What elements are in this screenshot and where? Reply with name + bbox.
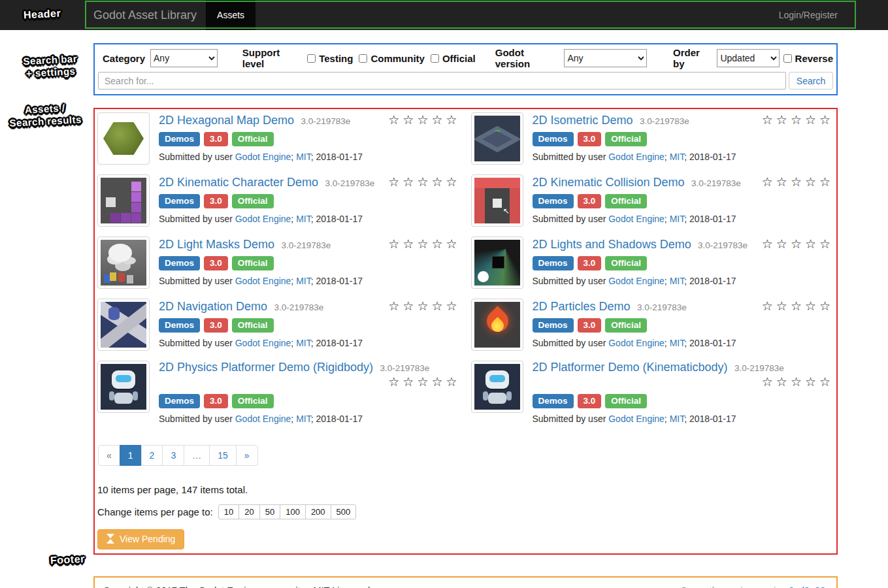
version-badge: 3.0 (578, 256, 602, 270)
asset-title-link[interactable]: 2D Physics Platformer Demo (Rigidbody) (159, 361, 373, 374)
pagination-page-15[interactable]: 15 (209, 445, 237, 466)
rating-stars: ☆☆☆☆☆ (388, 112, 460, 128)
asset-thumbnail[interactable] (471, 112, 523, 165)
per-page-50-button[interactable]: 50 (259, 504, 280, 519)
order-by-label: Order by (673, 47, 712, 69)
per-page-100-button[interactable]: 100 (280, 504, 306, 519)
submitted-line: Submitted by user Godot Engine; MIT; 201… (159, 338, 461, 348)
author-link[interactable]: Godot Engine (235, 276, 291, 286)
search-button[interactable]: Search (789, 72, 833, 90)
tab-assets[interactable]: Assets (206, 0, 255, 30)
community-checkbox[interactable] (359, 54, 367, 63)
godot-version-select[interactable]: Any (564, 49, 647, 67)
category-badge: Demos (533, 318, 574, 333)
per-page-500-button[interactable]: 500 (331, 504, 357, 519)
brand-title[interactable]: Godot Asset Library (93, 0, 206, 30)
submit-date: 2018-01-17 (689, 414, 736, 424)
asset-thumbnail[interactable] (97, 237, 150, 289)
license-link[interactable]: MIT (296, 276, 311, 286)
asset-badges: Demos 3.0 Official (159, 132, 461, 146)
hourglass-icon (107, 534, 114, 544)
asset-version: 3.0-219783e (734, 363, 784, 373)
asset-title-link[interactable]: 2D Kinematic Collision Demo (533, 176, 685, 189)
items-per-page-group: 10 20 50 100 200 500 (218, 504, 357, 519)
asset-title-link[interactable]: 2D Lights and Shadows Demo (533, 238, 691, 251)
author-link[interactable]: Godot Engine (235, 414, 291, 424)
asset-thumbnail[interactable] (97, 112, 150, 165)
author-link[interactable]: Godot Engine (608, 214, 665, 224)
asset-thumbnail[interactable] (471, 361, 523, 413)
godot-version-label: Godot version (495, 47, 559, 69)
asset-thumbnail-art (474, 116, 520, 161)
per-page-10-button[interactable]: 10 (218, 504, 239, 519)
support-badge: Official (605, 194, 647, 208)
category-select[interactable]: Any (150, 49, 218, 67)
asset-thumbnail-art (474, 240, 520, 286)
asset-title-link[interactable]: 2D Kinematic Character Demo (159, 176, 318, 189)
asset-thumbnail[interactable] (471, 299, 523, 351)
asset-version: 3.0-219783e (380, 363, 430, 373)
separator-semicolon: ; (311, 276, 314, 286)
login-register-link[interactable]: Login/Register (779, 0, 838, 30)
asset-badges: Demos 3.0 Official (533, 318, 834, 333)
testing-checkbox[interactable] (307, 54, 316, 63)
view-pending-button[interactable]: View Pending (97, 529, 184, 549)
license-link[interactable]: MIT (296, 414, 311, 424)
rating-stars: ☆☆☆☆☆ (762, 299, 834, 314)
category-badge: Demos (533, 194, 574, 208)
asset-thumbnail[interactable] (97, 174, 150, 227)
pagination-page-3[interactable]: 3 (162, 445, 184, 466)
asset-title-link[interactable]: 2D Isometric Demo (533, 114, 633, 127)
asset-card: 2D Lights and Shadows Demo 3.0-219783e ☆… (471, 237, 834, 289)
pagination-page-2[interactable]: 2 (141, 445, 163, 466)
asset-thumbnail[interactable] (471, 174, 523, 227)
pagination-next[interactable]: » (236, 445, 258, 466)
license-link[interactable]: MIT (296, 214, 311, 224)
asset-thumbnail[interactable] (471, 237, 523, 289)
author-link[interactable]: Godot Engine (235, 214, 291, 224)
search-input[interactable] (98, 72, 786, 90)
license-link[interactable]: MIT (670, 276, 685, 286)
testing-label: Testing (319, 53, 353, 64)
asset-title-link[interactable]: 2D Platformer Demo (Kinematicbody) (533, 361, 728, 374)
license-link[interactable]: MIT (670, 414, 685, 424)
pagination-page-1[interactable]: 1 (120, 445, 142, 466)
running-version-link[interactable]: 9cd0e06 (789, 585, 825, 588)
author-link[interactable]: Godot Engine (235, 338, 291, 348)
category-label: Category (103, 53, 145, 64)
pagination-ellipsis: … (184, 445, 210, 466)
official-checkbox[interactable] (431, 54, 439, 63)
license-link[interactable]: MIT (670, 214, 685, 224)
order-by-select[interactable]: Updated (717, 49, 779, 67)
support-badge: Official (232, 194, 274, 208)
author-link[interactable]: Godot Engine (608, 338, 665, 348)
license-link[interactable]: MIT (670, 338, 685, 348)
per-page-200-button[interactable]: 200 (305, 504, 331, 519)
reverse-checkbox[interactable] (783, 54, 792, 63)
license-link[interactable]: MIT (296, 152, 311, 162)
support-badge: Official (605, 318, 647, 333)
asset-title-link[interactable]: 2D Hexagonal Map Demo (159, 114, 294, 127)
pagination-prev[interactable]: « (98, 445, 120, 466)
support-badge: Official (232, 394, 274, 408)
asset-thumbnail[interactable] (97, 361, 150, 413)
asset-title-link[interactable]: 2D Navigation Demo (159, 300, 267, 313)
license-link[interactable]: MIT (296, 338, 311, 348)
author-link[interactable]: Godot Engine (235, 152, 291, 162)
rating-stars: ☆☆☆☆☆ (388, 174, 460, 190)
separator-semicolon: ; (684, 214, 687, 224)
asset-thumbnail[interactable] (97, 299, 150, 351)
submit-date: 2018-01-17 (689, 276, 736, 286)
asset-card-body: 2D Physics Platformer Demo (Rigidbody) 3… (159, 361, 461, 424)
asset-title-link[interactable]: 2D Light Masks Demo (159, 238, 274, 251)
version-badge: 3.0 (578, 318, 602, 333)
submitted-prefix: Submitted by user (159, 214, 233, 224)
author-link[interactable]: Godot Engine (608, 152, 665, 162)
license-link[interactable]: MIT (670, 152, 685, 162)
author-link[interactable]: Godot Engine (608, 414, 665, 424)
asset-title-row: 2D Kinematic Character Demo 3.0-219783e (159, 176, 374, 189)
asset-badges: Demos 3.0 Official (159, 394, 461, 408)
author-link[interactable]: Godot Engine (608, 276, 665, 286)
per-page-20-button[interactable]: 20 (238, 504, 259, 519)
asset-title-link[interactable]: 2D Particles Demo (533, 300, 631, 313)
